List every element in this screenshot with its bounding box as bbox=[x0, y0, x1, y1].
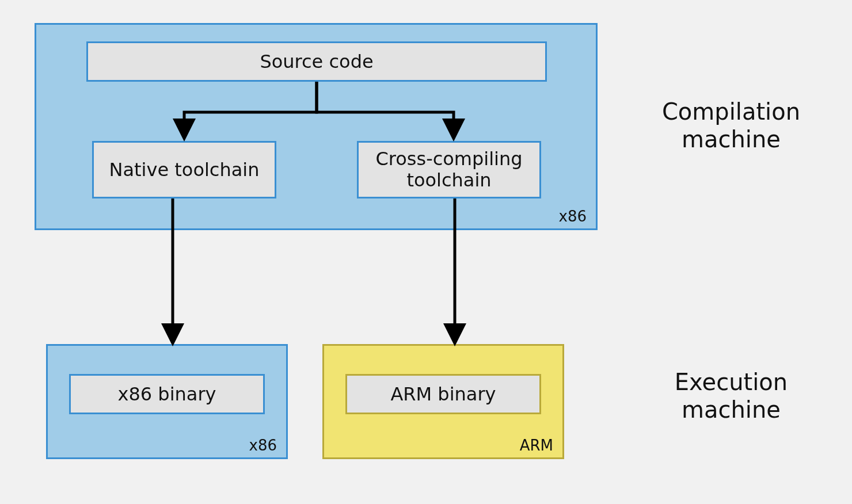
diagram-stage: x86 Source code Native toolchain Cross-c… bbox=[0, 0, 852, 504]
compilation-arch-label: x86 bbox=[559, 208, 587, 225]
execution-machine-label: Executionmachine bbox=[627, 368, 835, 423]
execution-arm-arch-label: ARM bbox=[520, 437, 553, 454]
compilation-machine-label: Compilationmachine bbox=[627, 98, 835, 153]
source-code-box: Source code bbox=[86, 41, 547, 82]
arm-binary-box: ARM binary bbox=[345, 374, 541, 414]
execution-x86-arch-label: x86 bbox=[249, 437, 277, 454]
native-toolchain-box: Native toolchain bbox=[92, 141, 276, 198]
x86-binary-box: x86 binary bbox=[69, 374, 265, 414]
cross-compiling-toolchain-box: Cross-compilingtoolchain bbox=[357, 141, 541, 198]
